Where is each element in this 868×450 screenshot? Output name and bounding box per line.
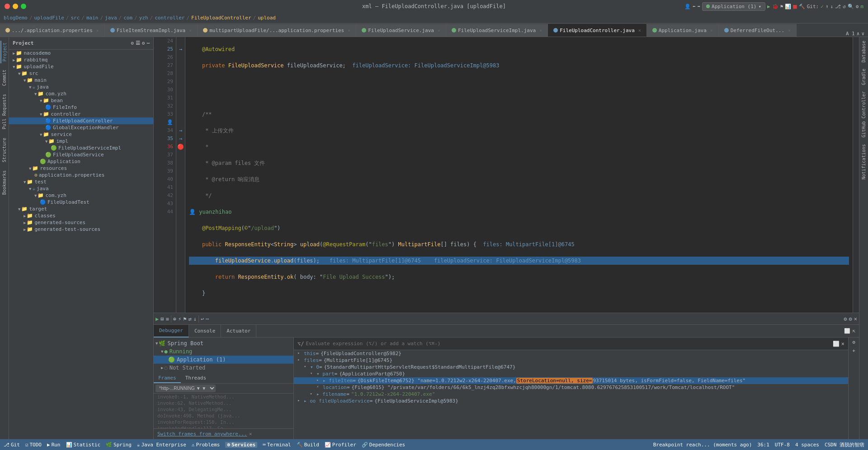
sidebar-settings-icon[interactable]: ⚙	[131, 40, 134, 46]
sidebar-collapse-icon[interactable]: —	[146, 40, 150, 46]
vars-icon[interactable]: ⚙	[852, 339, 855, 345]
breadcrumb-src[interactable]: src	[71, 15, 80, 21]
tab-close[interactable]: ×	[788, 28, 791, 33]
pull-requests-label[interactable]: Pull Requests	[1, 92, 8, 131]
services-run-icon[interactable]: ▶	[156, 316, 159, 322]
close-button[interactable]	[5, 4, 10, 9]
breadcrumb-controller[interactable]: controller	[155, 15, 184, 21]
status-problems[interactable]: ⚠ Problems	[192, 442, 220, 448]
status-spring[interactable]: 🌿 Spring	[106, 442, 132, 448]
notifications-label[interactable]: Notifications	[860, 142, 867, 181]
eval-input[interactable]	[306, 341, 832, 347]
tab-close[interactable]: ×	[710, 28, 713, 33]
services-more-icon[interactable]: ⋯	[206, 316, 209, 322]
spring-boot-node[interactable]: ▼ 🌿 Spring Boot	[154, 339, 293, 347]
nav-up-icon[interactable]: ∧	[857, 31, 860, 37]
breadcrumb-main[interactable]: main	[86, 15, 99, 21]
services-config-icon[interactable]: ⚙	[849, 316, 852, 322]
var-location[interactable]: ⚡ location = {File@6015} "/private/var/f…	[294, 384, 848, 391]
frame-invoke43[interactable]: invoke:43, DelegatingMe...	[154, 406, 293, 412]
search-icon[interactable]: 🔍	[848, 4, 854, 9]
frame-invokeand[interactable]: invokeAndHandle:117, Se...	[154, 425, 293, 428]
tab-fileuploadservice[interactable]: FileUploadService.java ×	[356, 24, 446, 37]
switch-frames-close[interactable]: ×	[249, 431, 252, 437]
services-list-icon[interactable]: ≡	[165, 316, 169, 322]
git-action2[interactable]: ➡	[697, 4, 700, 9]
git-action[interactable]: ⬅	[693, 4, 696, 9]
spaces-indicator[interactable]: 4 spaces	[795, 442, 819, 448]
status-services[interactable]: ⊕ Services	[225, 442, 257, 448]
tab-close[interactable]: ×	[96, 28, 99, 33]
status-profiler[interactable]: 📈 Profiler	[325, 442, 356, 448]
run-button[interactable]: ▶	[767, 4, 770, 9]
status-terminal[interactable]: ⌨ Terminal	[263, 442, 291, 448]
git-arrow-up[interactable]: ↑	[826, 4, 829, 9]
var-0[interactable]: ▾ ▾ 0 = {StandardMultipartHttpServletReq…	[294, 364, 848, 370]
var-files[interactable]: ▸ files = {MultipartFile[1]@6745}	[294, 357, 848, 364]
var-fileuploadservice[interactable]: ▸ ▸ oo fileUploadService = {FileUploadSe…	[294, 398, 848, 404]
frame-invoke62[interactable]: invoke:62, NativeMethod...	[154, 400, 293, 406]
run-config[interactable]: Application (1) ▾	[702, 2, 765, 11]
tree-item-target[interactable]: ▼📁target	[9, 206, 153, 212]
tab-application-properties[interactable]: .../.application.properties ×	[0, 24, 105, 37]
tree-item-appprops[interactable]: ⚙application.properties	[9, 172, 153, 178]
github-controller-label[interactable]: GitHub Controller	[860, 89, 867, 139]
tab-fileitemstreamimpl[interactable]: FileItemStreamImpl.java ×	[105, 24, 198, 37]
tab-multipart-props[interactable]: multipartUploadFile/...application.prope…	[198, 24, 356, 37]
status-run[interactable]: ▶ Run	[47, 442, 61, 448]
tab-deferredfileout[interactable]: DeferredFileOut... ×	[719, 24, 797, 37]
switch-frames-label[interactable]: Switch frames from anywhere...	[157, 431, 247, 437]
breadcrumb-blogdemo[interactable]: blogDemo	[4, 15, 28, 21]
breadcrumb-java[interactable]: java	[105, 15, 117, 21]
tree-item-test[interactable]: ▼📁test	[9, 178, 153, 185]
debug-button[interactable]: 🐞	[772, 4, 778, 9]
services-close-icon[interactable]: ×	[854, 316, 857, 322]
revert-icon[interactable]: ↺	[843, 4, 846, 9]
tree-item-globalexception[interactable]: 🔵GlobalExceptionHandler	[9, 124, 153, 131]
tree-item-src[interactable]: ▼📁src	[9, 70, 153, 77]
frame-dropdown[interactable]: *http-...RUNNING ▼ ▼	[156, 384, 216, 392]
tab-frames[interactable]: Frames	[154, 374, 181, 383]
code-content[interactable]: @Autowired private FileUploadService fil…	[185, 37, 853, 313]
sidebar-filter-icon[interactable]: ⚙	[142, 40, 145, 46]
tree-item-fileuploadserviceimpl[interactable]: 🟢FileUploadServiceImpl	[9, 145, 153, 151]
status-build[interactable]: 🔨 Build	[297, 442, 319, 448]
structure-label[interactable]: Structure	[1, 136, 8, 164]
var-this[interactable]: ▸ this = {FileUploadController@5982}	[294, 350, 848, 357]
services-group-icon[interactable]: ⊕	[173, 316, 176, 322]
services-expand-icon[interactable]: ⇄	[188, 316, 191, 322]
git-branch[interactable]: ⎇	[835, 4, 841, 9]
eval-close-icon[interactable]: ×	[841, 341, 844, 347]
tree-item-fileinfo[interactable]: 🔵FileInfo	[9, 104, 153, 111]
gradle-label[interactable]: Gradle	[860, 67, 867, 87]
var-fileitem[interactable]: ▸ ▸ fileItem = {DiskFileItem@6752} "name…	[294, 377, 848, 384]
breadcrumb-method[interactable]: upload	[258, 15, 276, 21]
sidebar-tree-icon[interactable]: ☰	[136, 40, 140, 46]
project-label[interactable]: Project	[0, 41, 8, 63]
breadcrumb-class[interactable]: FileUploadController	[191, 15, 251, 21]
var-filename[interactable]: ▸ ▸ filename = "1.0.7212w2-x264-220407.e…	[294, 391, 848, 398]
tree-item-java[interactable]: ▼☕java	[9, 84, 153, 90]
services-settings-icon[interactable]: ⚙	[844, 316, 847, 322]
status-statistic[interactable]: 📊 Statistic	[66, 442, 101, 448]
services-wrap-icon[interactable]: ↩	[201, 316, 204, 322]
watch-icon[interactable]: +	[852, 348, 855, 354]
status-java-enterprise[interactable]: ☕ Java Enterprise	[137, 442, 186, 448]
encoding-indicator[interactable]: UTF-8	[775, 442, 790, 448]
tree-item-application[interactable]: 🟢Application	[9, 158, 153, 165]
tree-item-rabbitmq[interactable]: ▶📁rabbitmq	[9, 56, 153, 63]
maximize-button[interactable]	[21, 4, 26, 9]
tree-item-generated-test-sources[interactable]: ▶📁generated-test-sources	[9, 226, 153, 233]
status-dependencies[interactable]: 🔗 Dependencies	[362, 442, 405, 448]
eval-expand-icon[interactable]: ⬜	[833, 341, 840, 347]
minimize-button[interactable]	[13, 4, 18, 9]
git-arrow-down[interactable]: ↓	[830, 4, 834, 9]
breadcrumb-uploadfile[interactable]: uploadFile	[34, 15, 64, 21]
editor-scrollbar[interactable]	[853, 37, 859, 313]
panel-expand-icon[interactable]: ⬜	[844, 328, 850, 334]
tab-console[interactable]: Console	[189, 325, 221, 338]
var-part[interactable]: ▾ ▾ part = {ApplicationPart@6750}	[294, 370, 848, 377]
services-layout-icon[interactable]: ⊞	[160, 316, 164, 322]
commit-label[interactable]: Commit	[1, 68, 8, 88]
stop-button[interactable]: ■	[793, 3, 797, 10]
